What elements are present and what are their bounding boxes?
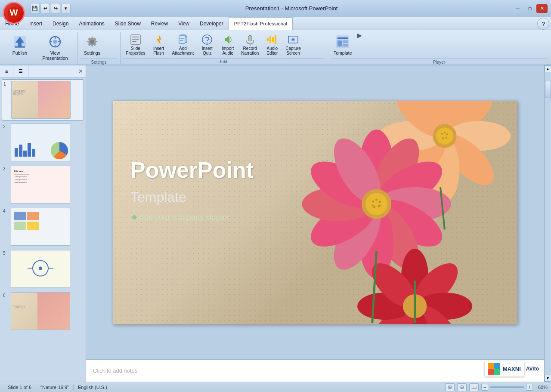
svg-rect-13 (132, 37, 139, 37)
add-attachment-button[interactable]: AddAttachment (170, 32, 197, 57)
quick-access-more[interactable]: ▾ (61, 4, 71, 13)
add-attachment-label: AddAttachment (172, 46, 194, 56)
template-button[interactable]: Template (330, 32, 356, 58)
svg-marker-16 (156, 34, 161, 45)
maxni-logo (488, 363, 500, 375)
panel-close-button[interactable]: ✕ (75, 65, 86, 77)
svg-point-21 (207, 43, 208, 44)
menu-item-animations[interactable]: Animations (74, 17, 109, 30)
slide-flowers-decoration (283, 101, 517, 324)
slide-properties-button[interactable]: SlideProperties (123, 32, 148, 57)
svg-point-68 (365, 193, 387, 215)
notes-area[interactable]: Click to add notes (86, 359, 544, 382)
slide-container[interactable]: PowerPoint Template Add your company slo… (113, 101, 517, 324)
svg-point-75 (380, 204, 381, 206)
view-presentation-button[interactable]: ViewPresentation (38, 32, 72, 63)
canvas-area: PowerPoint Template Add your company slo… (86, 65, 544, 382)
svg-point-52 (446, 133, 448, 135)
zoom-in-button[interactable]: + (526, 384, 533, 391)
save-button[interactable]: 💾 (30, 4, 40, 13)
svg-rect-35 (343, 44, 348, 46)
svg-rect-88 (488, 369, 494, 375)
view-slide-sorter-button[interactable]: ⊟ (457, 383, 467, 391)
capture-screen-button[interactable]: CaptureScreen (283, 32, 303, 57)
office-button[interactable]: W (3, 2, 25, 24)
menu-item-insert[interactable]: Insert (24, 17, 47, 30)
theme-info: "Nature-16:9" (36, 385, 74, 390)
outline-tab[interactable]: ☰ (13, 65, 28, 77)
view-reading-button[interactable]: 📖 (469, 383, 479, 391)
ribbon-more-button[interactable]: ▶ (357, 32, 363, 39)
svg-rect-33 (337, 40, 342, 46)
slide-slogan: Add your company slogan (132, 213, 229, 222)
record-narration-button[interactable]: RecordNarration (238, 32, 261, 57)
slide-info: Slide 1 of 6 (3, 385, 36, 390)
svg-rect-32 (337, 37, 348, 39)
view-normal-button[interactable]: ⊞ (445, 383, 455, 391)
slide-item-6[interactable]: 6 Thank You! (2, 291, 84, 331)
svg-rect-89 (494, 363, 500, 369)
menu-item-view[interactable]: View (173, 17, 195, 30)
audio-editor-button[interactable]: AudioEditor (262, 32, 282, 57)
svg-point-39 (39, 267, 42, 270)
maximize-button[interactable]: □ (524, 4, 536, 13)
minimize-button[interactable]: ─ (512, 4, 523, 13)
svg-rect-14 (132, 39, 139, 40)
menu-item-design[interactable]: Design (47, 17, 74, 30)
slides-tab[interactable]: ≡ (0, 65, 13, 77)
slide-item-2[interactable]: 2 (2, 122, 84, 163)
menu-item-review[interactable]: Review (146, 17, 173, 30)
undo-button[interactable]: ↩ (40, 4, 50, 13)
insert-quiz-button[interactable]: InsertQuiz (197, 32, 217, 57)
svg-point-53 (446, 136, 447, 138)
slide-panel: ≡ ☰ ✕ 1 PowerPointTemplate 2 (0, 65, 86, 382)
ribbon: Publish ViewPresentation Publish (0, 30, 551, 65)
ribbon-group-edit-label: Edit (123, 58, 324, 66)
vertical-scrollbar[interactable]: ▲ ▼ (544, 65, 551, 382)
menu-item-slideshow[interactable]: Slide Show (110, 17, 146, 30)
menu-item-ppt2flash[interactable]: PPT2Flash Professional (229, 17, 293, 30)
slide-item-5[interactable]: 5 (2, 249, 84, 289)
ribbon-group-settings: Settings Settings (77, 32, 121, 65)
publish-label: Publish (12, 50, 27, 56)
redo-button[interactable]: ↪ (51, 4, 60, 13)
svg-text:W: W (10, 8, 18, 17)
svg-point-6 (53, 40, 57, 44)
scroll-up-button[interactable]: ▲ (545, 65, 551, 72)
slide-item-3[interactable]: 3 Title here ————————— Lorem ipsum text … (2, 164, 84, 205)
scroll-down-button[interactable]: ▼ (545, 375, 551, 382)
publish-button[interactable]: Publish (3, 32, 37, 58)
slide-subtitle: Template (130, 189, 186, 205)
close-button[interactable]: ✕ (536, 4, 548, 13)
slide-item-1[interactable]: 1 PowerPointTemplate (2, 79, 84, 120)
scroll-thumb[interactable] (545, 81, 551, 98)
view-presentation-label: ViewPresentation (43, 50, 68, 61)
record-narration-label: RecordNarration (241, 46, 259, 56)
svg-point-70 (375, 198, 378, 201)
insert-flash-button[interactable]: InsertFlash (149, 32, 169, 57)
settings-button[interactable]: Settings (80, 32, 104, 58)
import-audio-button[interactable]: ImportAudio (218, 32, 238, 57)
insert-flash-label: InsertFlash (153, 46, 164, 56)
watermark-text: MAXNI (503, 366, 521, 372)
slide-item-4[interactable]: 4 (2, 207, 84, 247)
svg-point-30 (292, 39, 294, 40)
scroll-track (545, 72, 551, 375)
svg-rect-22 (248, 35, 252, 41)
zoom-slider[interactable] (490, 386, 524, 388)
notes-placeholder: Click to add notes (93, 367, 137, 374)
menu-bar: Home Insert Design Animations Slide Show… (0, 17, 551, 30)
template-label: Template (334, 50, 352, 56)
zoom-out-button[interactable]: − (481, 384, 488, 391)
menu-item-developer[interactable]: Developer (195, 17, 229, 30)
help-button[interactable]: ? (537, 18, 549, 30)
ribbon-group-publish: Publish ViewPresentation Publish (0, 32, 77, 65)
svg-point-50 (441, 133, 443, 135)
svg-point-71 (379, 201, 381, 203)
svg-rect-25 (269, 36, 271, 43)
language-info: English (U.S.) (74, 385, 111, 390)
ribbon-group-player: Template ▶ Player (327, 32, 551, 65)
svg-rect-15 (132, 41, 136, 42)
svg-point-49 (436, 127, 453, 145)
svg-point-69 (372, 200, 374, 202)
